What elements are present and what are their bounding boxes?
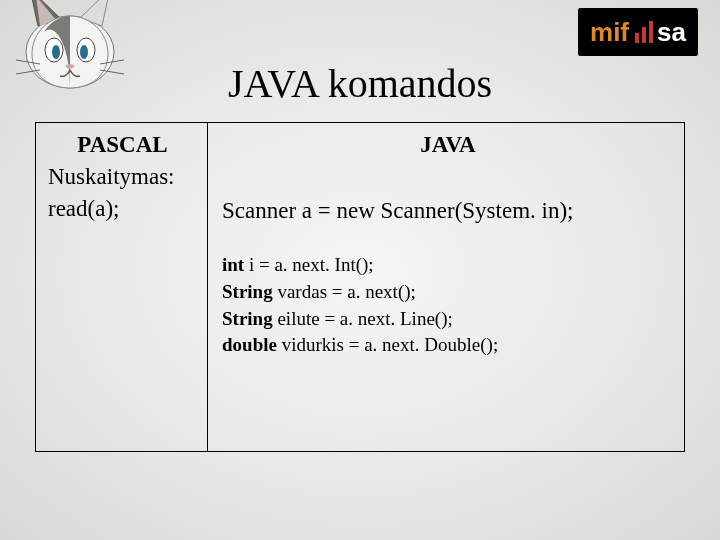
- java-code-line: String vardas = a. next();: [222, 279, 674, 306]
- pascal-column: PASCAL Nuskaitymas: read(a);: [36, 123, 208, 451]
- java-code-line: String eilute = a. next. Line();: [222, 306, 674, 333]
- svg-point-3: [52, 45, 60, 59]
- logo-mif: mif: [590, 17, 629, 48]
- java-column: JAVA Scanner a = new Scanner(System. in)…: [208, 123, 684, 451]
- pascal-line: read(a);: [48, 193, 197, 225]
- mifsa-logo: mif sa: [578, 8, 698, 56]
- java-header: JAVA: [222, 129, 674, 161]
- logo-bars-icon: [635, 21, 653, 43]
- cat-image: [10, 0, 130, 92]
- java-code-block: int i = a. next. Int(); String vardas = …: [222, 252, 674, 358]
- pascal-line: Nuskaitymas:: [48, 161, 197, 193]
- pascal-header: PASCAL: [48, 129, 197, 161]
- comparison-table: PASCAL Nuskaitymas: read(a); JAVA Scanne…: [35, 122, 685, 452]
- java-scanner-line: Scanner a = new Scanner(System. in);: [222, 195, 674, 227]
- svg-point-4: [80, 45, 88, 59]
- java-code-line: double vidurkis = a. next. Double();: [222, 332, 674, 359]
- java-code-line: int i = a. next. Int();: [222, 252, 674, 279]
- logo-sa: sa: [657, 17, 686, 48]
